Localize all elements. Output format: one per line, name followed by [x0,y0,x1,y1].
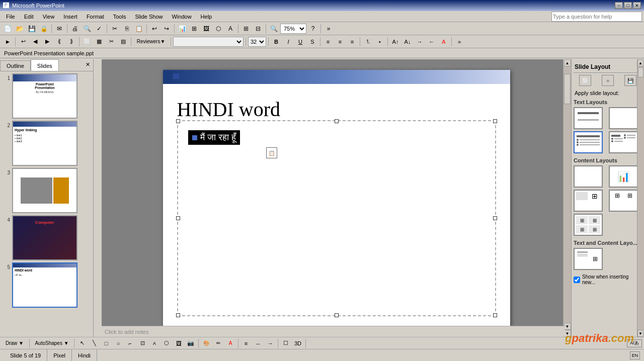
bullets-btn[interactable]: • [374,37,385,47]
collapse-button[interactable]: ⊟ [253,24,264,34]
draw-dropdown[interactable]: Draw ▼ [2,338,27,348]
zoom-select[interactable]: 75% 50% 100% [280,24,306,34]
menu-view[interactable]: View [39,13,59,21]
open-button[interactable]: 📂 [14,24,25,34]
new-button[interactable]: 📄 [2,24,13,34]
slide-item-2[interactable]: 2 Hyper linking • link1 • link2 • link3 [2,121,91,166]
slide-canvas[interactable]: HINDI word मैं जा रहा हूँ [163,70,510,326]
right-scroll-thumb[interactable] [638,67,643,77]
line-style-btn[interactable]: ≡ [240,338,252,348]
layout-content-2[interactable]: 📊 [609,165,638,188]
shadow-btn-draw[interactable]: ☐ [280,338,291,348]
menu-file[interactable]: File [2,13,19,21]
indent-more[interactable]: → [414,37,425,47]
hindi-text-box[interactable]: मैं जा रहा हूँ [188,130,240,145]
canvas-scroll-thumb[interactable] [564,74,571,104]
shadow-button[interactable]: S [307,37,318,47]
panel-close-button[interactable]: ✕ [83,59,93,71]
handle-top-left[interactable] [176,119,180,123]
3d-btn[interactable]: 3D [292,338,303,348]
demote-f[interactable]: ⟫ [66,37,77,47]
layout-text-3[interactable] [574,131,603,153]
slide-thumb-3[interactable] [12,168,77,213]
menu-tools[interactable]: Tools [109,13,130,21]
maximize-button[interactable]: □ [624,2,632,9]
help-btn2[interactable]: ? [307,24,318,34]
insert-clipart[interactable]: 🖼 [173,338,184,348]
save-button[interactable]: 💾 [26,24,37,34]
menu-insert[interactable]: Insert [59,13,82,21]
autoshapes-button[interactable]: AutoShapes ▼ [32,338,72,348]
canvas-scroll-up[interactable]: ▲ [564,59,571,66]
layout-content-1[interactable] [574,165,603,188]
right-scroll-down[interactable]: ▼ [637,330,643,337]
font-color[interactable]: A [438,37,449,47]
help-search-input[interactable] [551,12,642,22]
insert-table-button[interactable]: ⊞ [189,24,200,34]
slides-tab[interactable]: Slides [31,59,59,71]
slide-item-3[interactable]: 3 [2,168,91,213]
insert-wordart-button[interactable]: A [225,24,236,34]
format-extra[interactable]: ▶ [2,37,13,47]
layout-content-5[interactable]: ⊞ ⊞ ⊞ ⊞ [574,214,603,236]
font-size-select[interactable]: 32 [248,37,266,47]
insert-picture-button[interactable]: 🖼 [201,24,212,34]
handle-bottom-center[interactable] [335,313,339,317]
minimize-button[interactable]: − [615,2,623,9]
indent-less[interactable]: ← [426,37,437,47]
undo-f[interactable]: ↩ [18,37,29,47]
menu-edit[interactable]: Edit [20,13,38,21]
slide-thumb-4[interactable]: Computer [12,215,77,260]
handle-bottom-left[interactable] [176,313,180,317]
font-color-btn[interactable]: A [225,338,236,348]
view1-f[interactable]: ⬜ [82,37,93,47]
slide-item-1[interactable]: 1 PowerPointPresentation By FILMEENA [2,73,91,119]
layout-tc-1[interactable]: ⊞ [574,248,603,270]
bold-button[interactable]: B [271,37,282,47]
print-button[interactable]: 🖨 [69,24,80,34]
textbox-tool[interactable]: ⊡ [137,338,148,348]
paste-icon[interactable]: 📋 [266,147,277,158]
increase-font[interactable]: A↑ [390,37,401,47]
copy-button[interactable]: ⎘ [121,24,132,34]
handle-bottom-right[interactable] [493,313,497,317]
arrow-style-btn[interactable]: → [265,338,276,348]
cut-button[interactable]: ✂ [109,24,120,34]
status-icon-1[interactable]: EN [630,351,640,359]
menu-format[interactable]: Format [83,13,108,21]
italic-button[interactable]: I [283,37,294,47]
format-more[interactable]: » [454,37,465,47]
outline-tab[interactable]: Outline [0,60,31,71]
slide-item-5[interactable]: 5 HINDI word • मैं जा... [2,262,91,308]
insert-diagram-draw[interactable]: ⬡ [161,338,172,348]
layout-text-2[interactable] [609,107,638,129]
reviewers-btn[interactable]: Reviewers▼ [133,37,169,47]
layout-icon-1[interactable]: ⬜ [579,75,591,86]
paste2-f[interactable]: ▤ [118,37,129,47]
elbow-tool[interactable]: ⌐ [125,338,136,348]
handle-top-right[interactable] [493,119,497,123]
slide-item-4[interactable]: 4 Computer [2,215,91,260]
layout-content-4[interactable]: ⊞ ⊞ [609,190,638,212]
insert-wordart[interactable]: A [149,338,160,348]
content-box[interactable]: मैं जा रहा हूँ 📋 [177,120,496,316]
slide-thumb-5[interactable]: HINDI word • मैं जा... [12,262,77,308]
underline-button[interactable]: U [295,37,306,47]
ellipse-tool[interactable]: ○ [113,338,124,348]
align-center[interactable]: ≡ [335,37,346,47]
numbering-btn[interactable]: ⒈ [362,37,373,47]
layout-content-3[interactable]: ⊞ [574,190,603,212]
dash-style-btn[interactable]: -- [253,338,264,348]
fill-color-btn[interactable]: 🎨 [201,338,212,348]
line-color-btn[interactable]: ✏ [213,338,224,348]
show-inserting-checkbox[interactable] [574,277,580,283]
preview-button[interactable]: 🔍 [82,24,93,34]
more-btn[interactable]: » [323,24,334,34]
align-left[interactable]: ≡ [323,37,334,47]
menu-slideshow[interactable]: Slide Show [131,13,167,21]
expand-button[interactable]: ⊞ [240,24,252,34]
zoom-out-button[interactable]: 🔍 [268,24,279,34]
right-scroll-up[interactable]: ▲ [637,59,643,66]
arrow-tool[interactable]: ↖ [76,338,88,348]
slide-thumb-2[interactable]: Hyper linking • link1 • link2 • link3 [12,121,77,166]
